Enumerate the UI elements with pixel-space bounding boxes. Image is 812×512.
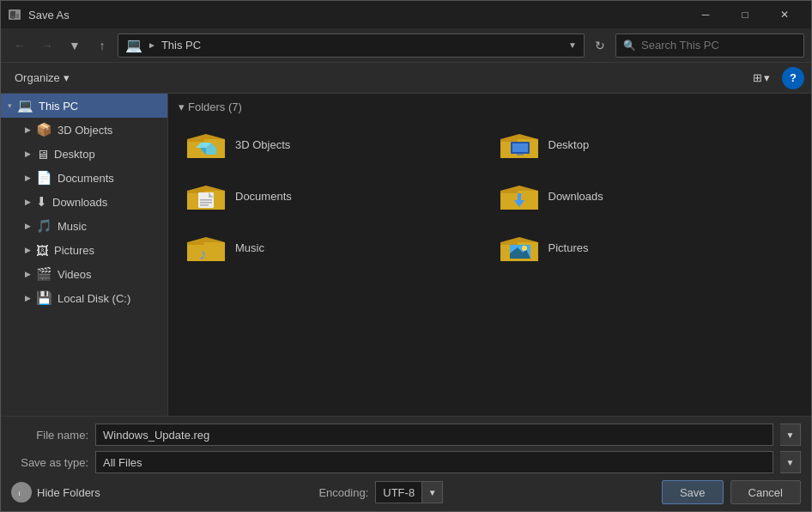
sidebar-item-this-pc[interactable]: ▾ 💻 This PC (1, 94, 167, 118)
filetype-row: Save as type: All Files ▼ (11, 451, 801, 473)
sidebar-label-local-disk: Local Disk (C:) (58, 292, 130, 305)
sidebar-chevron-desktop: ▶ (25, 149, 31, 158)
sidebar-chevron-downloads: ▶ (25, 198, 31, 206)
sidebar-item-documents[interactable]: ▶ 📄 Documents (1, 166, 167, 190)
sidebar-label-downloads: Downloads (52, 196, 107, 209)
search-bar[interactable]: 🔍 (615, 34, 804, 58)
bottom-actions: i Hide Folders Encoding: UTF-8 ▼ Save Ca… (11, 480, 801, 504)
file-area: ▾ Folders (7) (168, 94, 811, 416)
close-button[interactable]: ✕ (765, 1, 804, 28)
hide-folders-section[interactable]: i Hide Folders (11, 482, 100, 503)
desktop-icon: 🖥 (36, 147, 49, 162)
back-button[interactable]: ← (8, 34, 32, 58)
folder-desktop[interactable]: Desktop (492, 122, 802, 167)
sidebar: ▾ 💻 This PC ▶ 📦 3D Objects ▶ 🖥 Desktop ▶… (1, 94, 168, 416)
sidebar-chevron-videos: ▶ (25, 270, 31, 278)
address-separator: ► (148, 40, 156, 50)
filetype-select[interactable]: All Files (95, 451, 773, 473)
filetype-dropdown-button[interactable]: ▼ (780, 451, 801, 473)
sidebar-label-documents: Documents (58, 172, 114, 185)
dropdown-button[interactable]: ▼ (63, 34, 87, 58)
svg-rect-3 (11, 16, 15, 19)
folder-section-header: ▾ Folders (7) (179, 101, 801, 113)
folder-music-label: Music (235, 241, 264, 254)
folder-pictures[interactable]: Pictures (492, 225, 802, 270)
title-bar-controls: ─ □ ✕ (686, 1, 804, 28)
local-disk-icon: 💾 (36, 290, 52, 306)
search-input[interactable] (641, 39, 797, 52)
sidebar-label-music: Music (58, 220, 87, 233)
hide-folders-label: Hide Folders (37, 486, 100, 499)
encoding-label: Encoding: (318, 486, 368, 499)
sidebar-item-desktop[interactable]: ▶ 🖥 Desktop (1, 142, 167, 166)
folder-music-icon: ♪ (185, 230, 227, 265)
sidebar-label-videos: Videos (58, 268, 92, 281)
folder-grid: 3D Objects (179, 122, 801, 270)
help-button[interactable]: ? (782, 67, 804, 89)
filename-row: File name: ▼ (11, 424, 801, 446)
encoding-dropdown-icon[interactable]: ▼ (422, 481, 443, 503)
svg-text:♪: ♪ (199, 246, 207, 263)
sidebar-chevron-pictures: ▶ (25, 246, 31, 254)
svg-rect-6 (187, 139, 204, 142)
refresh-button[interactable]: ↻ (588, 34, 612, 58)
folder-documents[interactable]: Documents (179, 174, 488, 218)
videos-icon: 🎬 (36, 266, 52, 282)
view-button[interactable]: ⊞ ▾ (748, 69, 775, 87)
encoding-value: UTF-8 (375, 481, 422, 503)
maximize-button[interactable]: □ (725, 1, 765, 28)
forward-button[interactable]: → (35, 34, 59, 58)
svg-rect-2 (16, 14, 19, 18)
cancel-button[interactable]: Cancel (730, 480, 801, 504)
sidebar-chevron-local-disk: ▶ (25, 294, 31, 302)
save-as-dialog: Save As ─ □ ✕ ← → ▼ ↑ 💻 ► This PC ▼ ↻ 🔍 … (0, 0, 812, 512)
filename-dropdown-button[interactable]: ▼ (780, 424, 801, 446)
filename-label: File name: (11, 429, 88, 442)
folder-3d-label: 3D Objects (235, 138, 290, 151)
folder-music[interactable]: ♪ Music (179, 225, 488, 270)
filetype-label: Save as type: (11, 456, 88, 469)
svg-rect-22 (200, 202, 212, 204)
sidebar-item-downloads[interactable]: ▶ ⬇ Downloads (1, 190, 167, 214)
folder-3d-icon (185, 127, 227, 162)
sidebar-item-videos[interactable]: ▶ 🎬 Videos (1, 262, 167, 286)
svg-point-38 (522, 246, 527, 251)
folder-section-chevron: ▾ (179, 101, 185, 113)
computer-icon: 💻 (125, 37, 142, 53)
svg-rect-21 (200, 199, 212, 201)
organize-label: Organize (15, 71, 60, 84)
hide-folders-icon: i (11, 482, 32, 503)
sidebar-label-pictures: Pictures (54, 244, 94, 257)
sidebar-item-local-disk[interactable]: ▶ 💾 Local Disk (C:) (1, 286, 167, 310)
svg-rect-14 (512, 143, 528, 152)
dialog-icon (8, 8, 21, 21)
sidebar-item-3d-objects[interactable]: ▶ 📦 3D Objects (1, 118, 167, 142)
sidebar-label-this-pc: This PC (39, 100, 78, 113)
folder-desktop-label: Desktop (548, 138, 590, 151)
address-bar[interactable]: 💻 ► This PC ▼ (118, 34, 585, 58)
address-text: This PC (161, 39, 563, 52)
folder-downloads[interactable]: Downloads (492, 174, 802, 218)
encoding-select[interactable]: UTF-8 ▼ (375, 481, 443, 503)
organize-toolbar: Organize ▾ ⊞ ▾ ? (1, 63, 811, 94)
svg-rect-31 (187, 242, 204, 245)
address-dropdown-icon: ▼ (568, 40, 577, 50)
sidebar-item-pictures[interactable]: ▶ 🖼 Pictures (1, 238, 167, 262)
filename-input[interactable] (95, 424, 773, 446)
title-bar: Save As ─ □ ✕ (1, 1, 811, 28)
sidebar-item-music[interactable]: ▶ 🎵 Music (1, 214, 167, 238)
dialog-title: Save As (28, 9, 686, 21)
minimize-button[interactable]: ─ (686, 1, 725, 28)
folder-downloads-label: Downloads (548, 190, 603, 203)
up-button[interactable]: ↑ (90, 34, 114, 58)
this-pc-icon: 💻 (17, 98, 33, 113)
sidebar-chevron-3d: ▶ (25, 125, 31, 134)
encoding-section: Encoding: UTF-8 ▼ (318, 481, 443, 503)
folder-3d-objects[interactable]: 3D Objects (179, 122, 488, 167)
folder-documents-label: Documents (235, 190, 292, 203)
downloads-icon: ⬇ (36, 194, 47, 210)
organize-button[interactable]: Organize ▾ (8, 69, 76, 87)
save-button[interactable]: Save (662, 480, 724, 504)
svg-text:i: i (19, 490, 21, 497)
sidebar-label-3d-objects: 3D Objects (58, 124, 112, 137)
